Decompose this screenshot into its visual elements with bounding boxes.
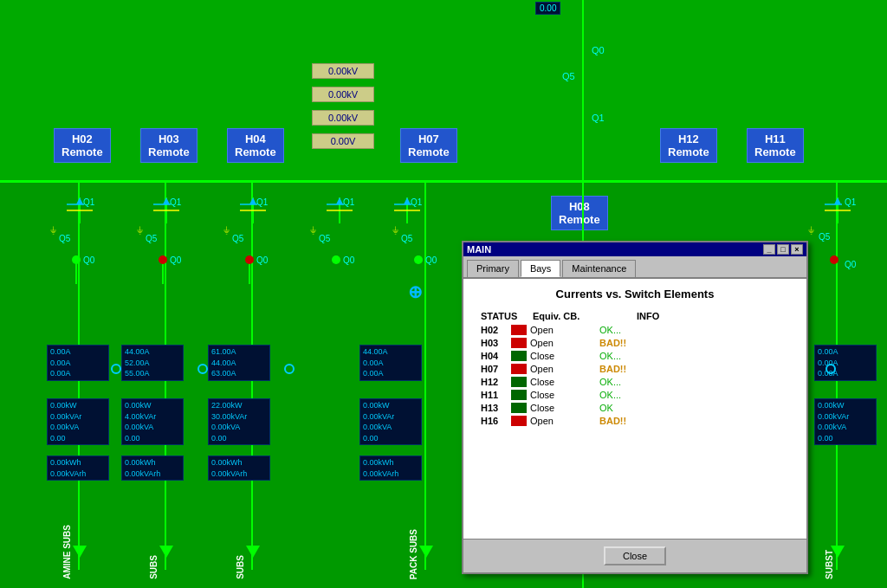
cb-h04: Close <box>530 351 599 361</box>
q5-bay5: Q5 <box>401 234 412 243</box>
col-header-cb: Equiv. CB. <box>533 311 637 321</box>
voltage-display-1: 0.00kV <box>312 63 374 79</box>
q0-bay3: Q0 <box>256 255 268 265</box>
table-row-h04: H04 Close OK... <box>472 351 798 361</box>
status-h07 <box>511 364 527 374</box>
q5-bay2: Q5 <box>146 234 157 243</box>
status-h12 <box>511 377 527 387</box>
row-label-h04: H04 <box>481 351 511 361</box>
row-label-h12: H12 <box>481 377 511 387</box>
meas-right: 0.00A 0.00A 0.00A <box>814 345 877 381</box>
table-row-h02: H02 Open OK... <box>472 325 798 335</box>
svg-marker-22 <box>834 197 841 204</box>
tab-maintenance[interactable]: Maintenance <box>562 260 636 277</box>
remote-box-h04[interactable]: H04 Remote <box>227 128 284 163</box>
q5-ground-bay5: ⏚ <box>392 223 398 236</box>
cb-h03: Open <box>530 338 599 348</box>
cb-h02: Open <box>530 325 599 335</box>
cb-h13: Close <box>530 403 599 413</box>
voltage-display-4: 0.00V <box>312 133 374 149</box>
dialog-titlebar: MAIN _ □ × <box>463 242 806 256</box>
meas-bay1: 0.00A 0.00A 0.00A <box>47 345 109 381</box>
arrow-down-bay4 <box>419 546 433 558</box>
row-label-h03: H03 <box>481 338 511 348</box>
meas-bay3-energy: 0.00kWh 0.00kVArh <box>208 456 270 481</box>
dialog-minimize-btn[interactable]: _ <box>763 244 775 255</box>
q1-label-top: Q1 <box>592 113 605 123</box>
q0-dot-bay2 <box>159 255 167 264</box>
dialog-tabs: Primary Bays Maintenance <box>463 256 806 279</box>
status-h03 <box>511 338 527 348</box>
row-label-h16: H16 <box>481 416 511 426</box>
remote-box-h11[interactable]: H11 Remote <box>747 128 804 163</box>
meas-bay4-power: 0.00kW 0.00kVAr 0.00kVA 0.00 <box>359 398 422 445</box>
q1-bay1: Q1 <box>83 197 94 207</box>
status-h16 <box>511 416 527 426</box>
cb-h11: Close <box>530 390 599 400</box>
subs-right: SUBST <box>825 550 834 579</box>
meas-bay4-energy: 0.00kWh 0.00kVArh <box>359 456 422 481</box>
tab-primary[interactable]: Primary <box>467 260 519 277</box>
dialog-footer: Close <box>463 539 806 572</box>
svg-marker-18 <box>404 197 411 204</box>
cb-h12: Close <box>530 377 599 387</box>
tab-bays[interactable]: Bays <box>521 260 560 277</box>
q5-ground-bay4: ⏚ <box>310 223 316 236</box>
table-row-h16: H16 Open BAD!! <box>472 416 798 426</box>
info-h04: OK... <box>599 351 621 361</box>
table-row-h03: H03 Open BAD!! <box>472 338 798 348</box>
arrow-down-bay2 <box>159 546 173 558</box>
q0-dot-bay5 <box>414 255 423 264</box>
q0-bay5: Q0 <box>425 255 437 265</box>
meas-bay2-energy: 0.00kWh 0.00kVArh <box>121 456 184 481</box>
q5-right: Q5 <box>819 232 830 242</box>
q5-bay1: Q5 <box>59 234 70 243</box>
q1-switch-right <box>820 197 855 223</box>
cb-h16: Open <box>530 416 599 426</box>
top-busbar <box>0 180 887 183</box>
table-row-h07: H07 Open BAD!! <box>472 364 798 374</box>
remote-box-h12[interactable]: H12 Remote <box>660 128 717 163</box>
info-h11: OK... <box>599 390 621 400</box>
row-label-h11: H11 <box>481 390 511 400</box>
table-row-h11: H11 Close OK... <box>472 390 798 400</box>
meas-bay3-power: 22.00kW 30.00kVAr 0.00kVA 0.00 <box>208 398 270 445</box>
dialog-close-button[interactable]: Close <box>604 546 666 565</box>
remote-box-h03[interactable]: H03 Remote <box>140 128 197 163</box>
status-h02 <box>511 325 527 335</box>
table-header: STATUS Equiv. CB. INFO <box>472 311 798 321</box>
dialog-close-btn-title[interactable]: × <box>791 244 803 255</box>
dialog-maximize-btn[interactable]: □ <box>777 244 789 255</box>
remote-box-h02[interactable]: H02 Remote <box>54 128 111 163</box>
q0-dot-bay1 <box>72 255 81 264</box>
col-header-status: STATUS <box>481 311 533 321</box>
q1-bay3: Q1 <box>256 197 268 207</box>
q0-bay1: Q0 <box>83 255 94 265</box>
svg-marker-10 <box>249 197 256 204</box>
q5-ground-bay1: ⏚ <box>50 223 56 236</box>
meas-bay3: 61.00A 44.00A 63.00A <box>208 345 270 381</box>
indicator-bay4 <box>284 364 295 374</box>
meas-right-power: 0.00kW 0.00kVAr 0.00kVA 0.00 <box>814 398 877 445</box>
transformer-sym-bay5: ⊕ <box>408 281 423 302</box>
q1-bay5: Q1 <box>411 197 422 207</box>
q0-dot-right <box>830 255 838 264</box>
subs-pack: PACK SUBS <box>409 529 418 579</box>
dialog-content-title: Currents vs. Switch Elements <box>472 288 798 300</box>
q5-ground-bay3: ⏚ <box>223 223 230 236</box>
indicator-bay3 <box>197 364 208 374</box>
remote-box-h08[interactable]: H08 Remote <box>551 196 608 230</box>
dialog-content: Currents vs. Switch Elements STATUS Equi… <box>463 279 806 539</box>
feeder-line-4 <box>424 180 426 570</box>
meas-bay1-energy: 0.00kWh 0.00kVArh <box>47 456 109 481</box>
q0-label-top: Q0 <box>592 45 605 55</box>
table-row-h13: H13 Close OK <box>472 403 798 413</box>
svg-marker-14 <box>336 197 343 204</box>
q5-ground-bay2: ⏚ <box>137 223 143 236</box>
voltage-display-3: 0.00kV <box>312 110 374 126</box>
info-h12: OK... <box>599 377 621 387</box>
remote-box-h07[interactable]: H07 Remote <box>400 128 457 163</box>
q0-dot-bay4 <box>332 255 340 264</box>
status-h11 <box>511 390 527 400</box>
info-h16: BAD!! <box>599 416 626 426</box>
